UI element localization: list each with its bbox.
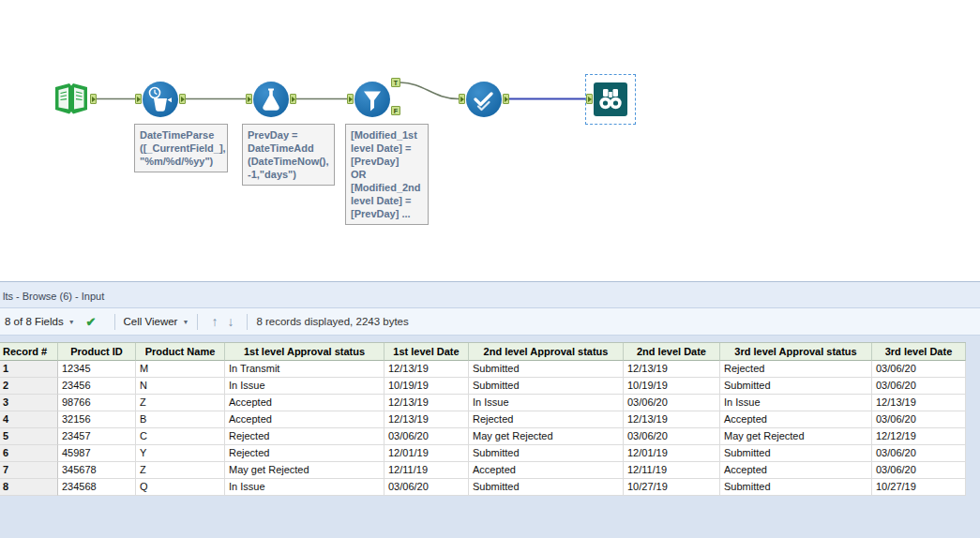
column-header[interactable]: Record # xyxy=(0,343,58,361)
data-cell[interactable]: 32156 xyxy=(58,411,136,428)
data-cell[interactable]: In Issue xyxy=(469,395,624,411)
data-cell[interactable]: Submitted xyxy=(720,479,872,496)
data-cell[interactable]: 03/06/20 xyxy=(872,411,966,428)
output-anchor[interactable] xyxy=(179,94,186,104)
column-header[interactable]: 2nd level Date xyxy=(624,343,720,361)
data-cell[interactable]: Submitted xyxy=(469,445,624,462)
data-cell[interactable]: B xyxy=(136,411,225,428)
data-cell[interactable]: 10/19/19 xyxy=(624,378,720,395)
filter-tool[interactable] xyxy=(354,82,390,117)
data-cell[interactable]: 12/13/19 xyxy=(384,411,469,428)
input-anchor[interactable] xyxy=(246,94,252,104)
data-cell[interactable]: Z xyxy=(136,395,225,411)
data-cell[interactable]: May get Rejected xyxy=(469,428,624,445)
tool-annotation[interactable]: PrevDay = DateTimeAdd (DateTimeNow(), -1… xyxy=(242,124,335,186)
browse-tool[interactable] xyxy=(594,82,627,116)
record-number-cell[interactable]: 5 xyxy=(0,428,58,445)
column-header[interactable]: 1st level Date xyxy=(384,343,469,361)
data-cell[interactable]: Accepted xyxy=(469,462,624,479)
data-cell[interactable]: 12/01/19 xyxy=(624,445,720,462)
column-header[interactable]: 1st level Approval status xyxy=(225,343,384,361)
data-cell[interactable]: N xyxy=(136,378,225,395)
data-cell[interactable]: Y xyxy=(136,445,225,462)
data-cell[interactable]: 12345 xyxy=(58,361,136,378)
record-number-cell[interactable]: 7 xyxy=(0,462,58,479)
data-cell[interactable]: Submitted xyxy=(469,479,624,496)
data-cell[interactable]: 12/11/19 xyxy=(384,462,469,479)
data-cell[interactable]: In Issue xyxy=(720,395,872,411)
data-cell[interactable]: 12/12/19 xyxy=(872,428,966,445)
data-cell[interactable]: Rejected xyxy=(469,411,624,428)
data-cell[interactable]: 234568 xyxy=(58,479,136,496)
data-cell[interactable]: 12/13/19 xyxy=(384,361,469,378)
input-data-tool[interactable] xyxy=(53,82,89,119)
input-anchor[interactable] xyxy=(135,94,142,104)
data-cell[interactable]: 03/06/20 xyxy=(872,378,966,395)
filter-false-anchor[interactable]: F xyxy=(391,106,400,115)
column-header[interactable]: 3rd level Approval status xyxy=(720,343,872,361)
column-header[interactable]: 2nd level Approval status xyxy=(469,343,624,361)
data-cell[interactable]: 45987 xyxy=(58,445,136,462)
input-anchor[interactable] xyxy=(586,94,593,104)
data-cell[interactable]: Rejected xyxy=(225,428,384,445)
data-cell[interactable]: 12/13/19 xyxy=(624,411,720,428)
data-cell[interactable]: Submitted xyxy=(469,361,624,378)
column-header[interactable]: Product ID xyxy=(58,343,136,361)
column-header[interactable]: 3rd level Date xyxy=(872,343,966,361)
data-cell[interactable]: Submitted xyxy=(720,445,872,462)
apply-check-icon[interactable]: ✔ xyxy=(86,315,97,329)
filter-true-anchor[interactable]: T xyxy=(391,78,400,87)
record-number-cell[interactable]: 3 xyxy=(0,395,58,411)
data-cell[interactable]: Accepted xyxy=(720,462,872,479)
data-cell[interactable]: 12/13/19 xyxy=(872,395,966,411)
data-cell[interactable]: Z xyxy=(136,462,225,479)
data-cell[interactable]: Rejected xyxy=(225,445,384,462)
data-cell[interactable]: Accepted xyxy=(225,395,384,411)
data-cell[interactable]: 98766 xyxy=(58,395,136,411)
tool-annotation[interactable]: DateTimeParse ([_CurrentField_], "%m/%d/… xyxy=(134,124,228,172)
data-cell[interactable]: 03/06/20 xyxy=(872,445,966,462)
data-cell[interactable]: 12/13/19 xyxy=(624,361,720,378)
up-arrow-icon[interactable]: ↑ xyxy=(211,314,218,329)
data-cell[interactable]: 03/06/20 xyxy=(872,361,966,378)
output-anchor[interactable] xyxy=(503,94,509,104)
output-anchor[interactable] xyxy=(90,94,97,104)
data-cell[interactable]: 03/06/20 xyxy=(872,462,966,479)
data-cell[interactable]: May get Rejected xyxy=(225,462,384,479)
record-number-cell[interactable]: 4 xyxy=(0,411,58,428)
datetime-tool[interactable] xyxy=(143,82,178,117)
data-cell[interactable]: 03/06/20 xyxy=(384,428,469,445)
formula-tool[interactable] xyxy=(253,82,289,117)
data-cell[interactable]: 10/27/19 xyxy=(624,479,720,496)
select-tool[interactable] xyxy=(466,82,502,117)
data-cell[interactable]: Rejected xyxy=(720,361,872,378)
data-cell[interactable]: 23456 xyxy=(58,378,136,395)
data-cell[interactable]: Accepted xyxy=(225,411,384,428)
data-cell[interactable]: May get Rejected xyxy=(720,428,872,445)
data-cell[interactable]: Q xyxy=(136,479,225,496)
record-number-cell[interactable]: 6 xyxy=(0,445,58,462)
data-cell[interactable]: In Issue xyxy=(225,378,384,395)
data-cell[interactable]: 12/01/19 xyxy=(384,445,469,462)
data-cell[interactable]: 23457 xyxy=(58,428,136,445)
connection-wire[interactable] xyxy=(400,82,459,99)
record-number-cell[interactable]: 2 xyxy=(0,378,58,395)
input-anchor[interactable] xyxy=(459,94,465,104)
record-number-cell[interactable]: 8 xyxy=(0,479,58,496)
column-header[interactable]: Product Name xyxy=(136,343,225,361)
data-cell[interactable]: Submitted xyxy=(720,378,872,395)
data-cell[interactable]: 12/11/19 xyxy=(624,462,720,479)
data-cell[interactable]: 12/13/19 xyxy=(384,395,469,411)
output-anchor[interactable] xyxy=(290,94,296,104)
data-cell[interactable]: 03/06/20 xyxy=(384,479,469,496)
record-number-cell[interactable]: 1 xyxy=(0,361,58,378)
input-anchor[interactable] xyxy=(347,94,354,104)
data-cell[interactable]: 10/27/19 xyxy=(872,479,966,496)
fields-dropdown[interactable]: 8 of 8 Fields ▼ xyxy=(5,316,75,327)
data-cell[interactable]: M xyxy=(136,361,225,378)
data-cell[interactable]: 03/06/20 xyxy=(624,428,720,445)
data-cell[interactable]: 10/19/19 xyxy=(384,378,469,395)
workflow-canvas[interactable]: DateTimeParse ([_CurrentField_], "%m/%d/… xyxy=(0,0,980,281)
cell-viewer-dropdown[interactable]: Cell Viewer ▼ xyxy=(124,316,189,327)
data-cell[interactable]: 03/06/20 xyxy=(624,395,720,411)
